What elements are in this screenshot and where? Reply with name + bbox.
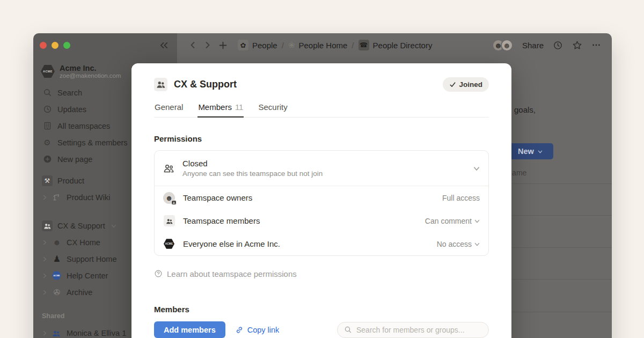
dimmed-page-text: goals, bbox=[514, 105, 536, 114]
workspace-logo: ACME bbox=[41, 64, 55, 78]
owners-access-value: Full access bbox=[442, 194, 480, 202]
new-button-dimmed[interactable]: New bbox=[507, 143, 553, 159]
people-blue-icon bbox=[52, 329, 62, 337]
members-search bbox=[337, 322, 489, 338]
breadcrumb: ✿ People / ❀ People Home / ☎ People Dire… bbox=[238, 40, 432, 50]
chevron-right-icon[interactable] bbox=[42, 256, 47, 262]
permissions-help-link[interactable]: Learn about teamspace permissions bbox=[154, 268, 489, 279]
flower-page-icon: ✿ bbox=[238, 40, 248, 50]
chevron-down-icon[interactable] bbox=[111, 223, 116, 229]
chevron-right-icon[interactable] bbox=[42, 195, 47, 200]
building-icon bbox=[42, 121, 53, 130]
share-button[interactable]: Share bbox=[522, 41, 544, 50]
hammer-icon: ⚒ bbox=[42, 175, 53, 186]
acme-badge-icon: ACME bbox=[163, 239, 175, 249]
gorilla-icon: ☻ bbox=[52, 238, 62, 247]
plus-icon[interactable] bbox=[219, 41, 227, 49]
workspace-email: zoe@makenotion.com bbox=[60, 72, 121, 79]
permissions-heading: Permissions bbox=[154, 134, 489, 144]
members-access-select[interactable]: Can comment bbox=[425, 217, 480, 225]
search-icon bbox=[344, 326, 352, 334]
copy-link-button[interactable]: Copy link bbox=[235, 326, 280, 334]
access-level-select[interactable]: Closed Anyone can see this teamspace but… bbox=[155, 151, 488, 186]
collapse-sidebar-icon[interactable] bbox=[159, 41, 169, 49]
access-level-description: Anyone can see this teamspace but not jo… bbox=[182, 170, 323, 178]
search-icon bbox=[42, 88, 53, 97]
question-circle-icon bbox=[154, 269, 163, 278]
tab-general[interactable]: General bbox=[154, 99, 184, 117]
star-icon[interactable] bbox=[572, 40, 582, 50]
telephone-icon: ☎ bbox=[358, 40, 369, 50]
window-titlebar-left bbox=[33, 33, 177, 57]
permission-row-members: Teamspace members Can comment bbox=[155, 209, 488, 232]
forward-icon[interactable] bbox=[204, 41, 211, 49]
page-titlebar: ✿ People / ❀ People Home / ☎ People Dire… bbox=[177, 33, 612, 57]
access-level-title: Closed bbox=[182, 159, 323, 168]
chevron-right-icon[interactable] bbox=[42, 273, 47, 278]
everyone-access-select[interactable]: No access bbox=[437, 240, 480, 248]
permission-row-owners: ☻ Teamspace owners Full access bbox=[155, 186, 488, 209]
members-count: 11 bbox=[235, 102, 244, 112]
tab-members[interactable]: Members11 bbox=[197, 99, 244, 117]
more-options-icon[interactable] bbox=[591, 40, 601, 50]
chevron-right-icon[interactable] bbox=[42, 330, 47, 336]
chevron-right-icon[interactable] bbox=[42, 240, 47, 245]
people-icon bbox=[163, 215, 175, 226]
clock-icon[interactable] bbox=[553, 40, 563, 50]
back-icon[interactable] bbox=[189, 41, 196, 49]
chevron-right-icon[interactable] bbox=[42, 290, 47, 295]
collaborator-avatars: ☻ ☻ bbox=[492, 39, 513, 52]
gear-icon: ⚙ bbox=[42, 138, 53, 148]
minimize-window-button[interactable] bbox=[52, 42, 58, 49]
crane-icon bbox=[52, 193, 62, 201]
owners-avatar: ☻ bbox=[163, 192, 175, 204]
breadcrumb-item-people-home[interactable]: ❀ People Home bbox=[288, 40, 347, 50]
chevron-down-icon bbox=[473, 165, 480, 172]
joined-button[interactable]: Joined bbox=[443, 77, 489, 92]
members-search-input[interactable] bbox=[356, 326, 482, 334]
breadcrumb-item-people[interactable]: ✿ People bbox=[238, 40, 277, 50]
tab-security[interactable]: Security bbox=[258, 99, 288, 117]
members-heading: Members bbox=[154, 305, 489, 314]
potted-plant-icon: ❀ bbox=[288, 40, 295, 50]
zoom-window-button[interactable] bbox=[63, 42, 70, 49]
workspace-name: Acme Inc. bbox=[60, 64, 121, 73]
teamspace-settings-modal: CX & Support Joined General Members11 Se… bbox=[131, 63, 511, 338]
teamspace-people-icon bbox=[154, 78, 167, 91]
permission-row-everyone-else: ACME Everyone else in Acme Inc. No acces… bbox=[155, 232, 488, 255]
spider-web-icon: ✇ bbox=[52, 288, 62, 297]
close-window-button[interactable] bbox=[40, 42, 47, 49]
people-outline-icon bbox=[163, 163, 174, 173]
breadcrumb-item-people-directory[interactable]: ☎ People Directory bbox=[358, 40, 433, 50]
modal-tabs: General Members11 Security bbox=[154, 99, 489, 117]
avatar: ☻ bbox=[501, 39, 513, 52]
modal-title: CX & Support bbox=[174, 79, 237, 90]
people-icon bbox=[42, 221, 53, 231]
add-members-button[interactable]: Add members bbox=[154, 321, 225, 338]
link-icon bbox=[235, 326, 244, 334]
chess-pawn-icon: ♟ bbox=[52, 254, 62, 264]
acme-badge-icon: ACME bbox=[52, 271, 62, 280]
permissions-panel: Closed Anyone can see this teamspace but… bbox=[154, 150, 489, 256]
clock-icon bbox=[42, 105, 53, 114]
plus-circle-icon bbox=[42, 155, 53, 164]
